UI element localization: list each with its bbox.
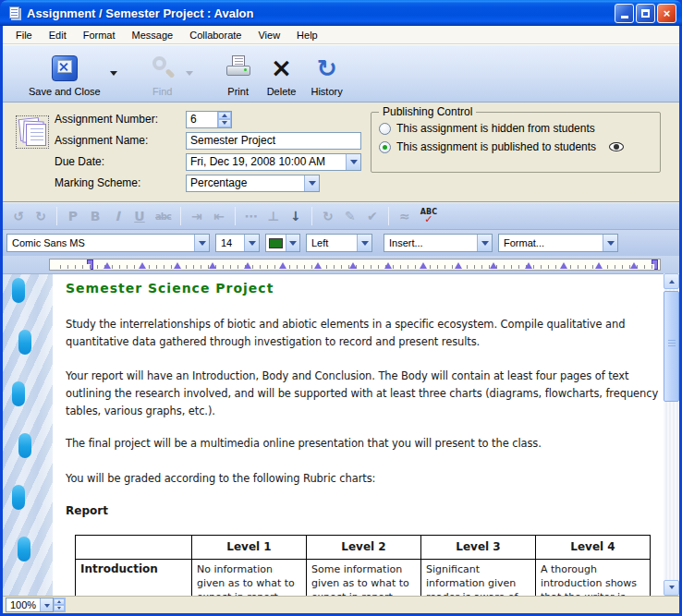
binding-ring-icon: [18, 433, 31, 458]
menu-view[interactable]: View: [250, 28, 287, 42]
menu-edit[interactable]: Edit: [42, 28, 74, 42]
number-spin-up[interactable]: [218, 112, 231, 120]
history-icon: ↻: [317, 55, 337, 81]
font-size-dropdown[interactable]: 14: [215, 234, 260, 252]
insert-chevron-icon[interactable]: [477, 235, 492, 251]
redo-icon[interactable]: ↻: [34, 209, 47, 223]
move-down-icon[interactable]: ↓: [289, 209, 302, 223]
history-label: History: [311, 86, 342, 97]
zoom-chevron-icon[interactable]: [40, 598, 53, 611]
menu-collaborate[interactable]: Collaborate: [182, 28, 249, 42]
close-icon: ×: [664, 7, 671, 19]
paragraph: The final project will be a multimedia o…: [66, 435, 664, 453]
window-title: Assignment / Semester Project : Avalon: [27, 6, 615, 20]
indent-decrease-icon[interactable]: ⇤: [213, 209, 225, 223]
history-button[interactable]: ↻ History: [303, 51, 349, 97]
edit-pencil-icon[interactable]: ✎: [344, 209, 357, 223]
font-family-dropdown[interactable]: Comic Sans MS: [6, 234, 210, 252]
document-content: Semester Science Project Study the inter…: [66, 274, 664, 596]
scrollbar-thumb[interactable]: [664, 291, 679, 402]
eye-icon: [609, 142, 624, 151]
assignment-number-field[interactable]: 6: [186, 111, 232, 128]
color-swatch: [269, 238, 283, 248]
menu-help[interactable]: Help: [289, 28, 325, 42]
due-date-chevron-icon[interactable]: [346, 154, 360, 170]
italic-icon[interactable]: I: [111, 209, 124, 223]
zoom-stepper[interactable]: [54, 598, 66, 612]
due-date-dropdown[interactable]: Fri, Dec 19, 2008 10:00 AM: [186, 153, 361, 171]
find-icon: [149, 54, 177, 82]
menu-format[interactable]: Format: [76, 28, 123, 42]
font-chevron-icon[interactable]: [194, 235, 209, 251]
zoom-step-up[interactable]: [54, 598, 65, 605]
cell-level2: Some information given as to what to exp…: [307, 560, 421, 597]
signature-icon[interactable]: ≈: [398, 209, 411, 223]
format-dropdown[interactable]: Format...: [498, 234, 618, 252]
ruler[interactable]: [49, 259, 661, 271]
status-bar: 100%: [3, 596, 679, 613]
minimize-icon: [621, 16, 628, 18]
align-chevron-icon[interactable]: [357, 235, 371, 251]
delete-label: Delete: [267, 86, 297, 97]
menu-message[interactable]: Message: [125, 28, 181, 42]
undo-icon[interactable]: ↺: [12, 209, 25, 223]
zoom-step-down[interactable]: [54, 605, 65, 611]
delete-button[interactable]: × Delete: [260, 51, 304, 97]
header-cell-blank: [76, 536, 192, 560]
document-body[interactable]: Semester Science Project Study the inter…: [3, 273, 664, 596]
plain-text-icon[interactable]: P: [67, 209, 79, 223]
revert-icon[interactable]: ↻: [322, 209, 335, 223]
number-spin-down[interactable]: [218, 119, 231, 127]
print-label: Print: [227, 86, 249, 97]
indent-increase-icon[interactable]: ⇥: [190, 209, 203, 223]
save-icon: [52, 55, 78, 81]
size-chevron-icon[interactable]: [244, 235, 259, 251]
table-header-row: Level 1 Level 2 Level 3 Level 4: [76, 536, 651, 560]
scroll-up-button[interactable]: [664, 273, 679, 289]
marking-scheme-label: Marking Scheme:: [55, 176, 186, 189]
format-toolbar-icons: ↺ ↻ P B I U abc ⇥ ⇤ ⋯ ⊥ ↓ ↻ ✎ ✔ ≈ ABC ✓: [3, 202, 679, 230]
zoom-dropdown[interactable]: 100%: [6, 598, 54, 612]
format-chevron-icon[interactable]: [603, 235, 617, 251]
marking-scheme-dropdown[interactable]: Percentage: [186, 175, 320, 192]
color-chevron-icon[interactable]: [286, 235, 299, 251]
approve-check-icon[interactable]: ✔: [366, 209, 379, 223]
strikethrough-icon[interactable]: abc: [155, 211, 171, 222]
application-window: Assignment / Semester Project : Avalon ×…: [0, 0, 682, 616]
format-toolbar-dropdowns: Comic Sans MS 14 Left Insert... Format..…: [3, 230, 679, 256]
print-button[interactable]: Print: [217, 51, 260, 97]
delete-icon: ×: [271, 55, 292, 81]
header-cell-level2: Level 2: [307, 536, 421, 560]
vertical-scrollbar[interactable]: [664, 273, 679, 596]
close-button[interactable]: ×: [657, 4, 676, 23]
radio-hidden-from-students[interactable]: [379, 123, 391, 135]
spellcheck-icon[interactable]: ABC ✓: [420, 209, 437, 223]
row-header-introduction: Introduction: [76, 560, 192, 597]
minimize-button[interactable]: [615, 4, 634, 23]
menu-file[interactable]: File: [8, 28, 40, 42]
save-and-close-button[interactable]: Save and Close: [21, 51, 108, 97]
binding-ring-icon: [18, 537, 30, 562]
header-cell-level4: Level 4: [536, 536, 651, 560]
radio-published-to-students[interactable]: [379, 141, 391, 153]
binding-ring-icon: [12, 485, 25, 510]
assignment-name-input[interactable]: Semester Project: [186, 132, 361, 150]
font-color-dropdown[interactable]: [265, 234, 300, 252]
paragraph: Your report will have an Introduction, B…: [66, 368, 664, 420]
hidden-option-label: This assignment is hidden from students: [396, 122, 595, 135]
maximize-icon: [641, 9, 650, 18]
tab-leader-icon[interactable]: ⋯: [245, 209, 258, 223]
insert-dropdown[interactable]: Insert...: [384, 234, 493, 252]
tab-stop-icon[interactable]: ⊥: [267, 209, 280, 223]
alignment-dropdown[interactable]: Left: [306, 234, 372, 252]
find-label: Find: [152, 86, 172, 97]
marking-scheme-chevron-icon[interactable]: [304, 175, 319, 191]
underline-icon[interactable]: U: [133, 209, 146, 223]
publishing-control-title: Publishing Control: [379, 105, 476, 118]
bold-icon[interactable]: B: [89, 209, 102, 223]
save-dropdown-arrow[interactable]: [110, 71, 117, 79]
maximize-button[interactable]: [636, 4, 655, 23]
scroll-down-button[interactable]: [664, 580, 679, 596]
table-row: Introduction No information given as to …: [76, 560, 651, 597]
assignment-number-label: Assignment Number:: [55, 113, 186, 126]
